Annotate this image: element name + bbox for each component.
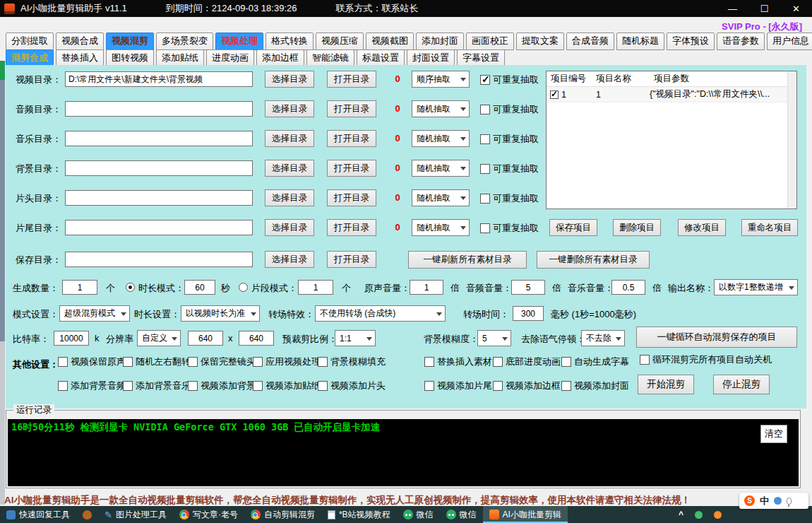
segment-mode-radio[interactable] <box>239 283 248 292</box>
table-scrollbar[interactable] <box>787 71 796 208</box>
replace-insert-material-checkbox[interactable]: 替换插入素材 <box>424 355 492 368</box>
repeat-extract-checkbox[interactable]: 可重复抽取 <box>480 163 539 175</box>
rename-project-button[interactable]: 重命名项目 <box>741 219 798 236</box>
intro-directory-input[interactable] <box>65 190 253 206</box>
open-directory-button[interactable]: 打开目录 <box>327 71 376 88</box>
microphone-icon[interactable] <box>787 498 792 505</box>
orig-volume-input[interactable] <box>410 280 443 295</box>
keep-full-shot-checkbox[interactable]: 保留完整镜头 <box>188 355 256 368</box>
outro-directory-input[interactable] <box>65 220 253 235</box>
bg-blur-fill-checkbox[interactable]: 背景模糊填充 <box>318 355 386 368</box>
close-button[interactable]: ✕ <box>780 0 812 17</box>
taskbar-item-image-tool[interactable]: ✎ 图片处理工具 <box>98 506 173 523</box>
duration-seconds-input[interactable] <box>184 280 215 295</box>
tab-video-compose[interactable]: 视频合成 <box>56 33 104 50</box>
start-mix-button[interactable]: 开始混剪 <box>638 375 694 394</box>
tab-video-screenshot[interactable]: 视频截图 <box>366 33 414 50</box>
tab-compose-audio[interactable]: 合成音频 <box>566 33 614 50</box>
resolution-dropdown[interactable]: 自定义 <box>137 330 181 346</box>
save-project-button[interactable]: 保存项目 <box>549 219 597 236</box>
extract-mode-dropdown[interactable]: 随机抽取 <box>412 130 470 147</box>
background-directory-input[interactable] <box>65 160 253 176</box>
select-directory-button[interactable]: 选择目录 <box>265 71 314 88</box>
repeat-extract-checkbox[interactable]: 可重复抽取 <box>480 103 539 116</box>
repeat-extract-checkbox[interactable]: 可重复抽取 <box>480 133 539 146</box>
extract-mode-dropdown[interactable]: 顺序抽取 <box>412 71 470 88</box>
open-directory-button[interactable]: 打开目录 <box>327 189 376 206</box>
sogou-icon[interactable]: S <box>744 495 755 506</box>
mode-dropdown[interactable]: 超级混剪模式 <box>59 305 130 322</box>
video-add-background-checkbox[interactable]: 视频添加背景 <box>188 380 256 392</box>
segment-count-input[interactable] <box>298 280 333 295</box>
tab-multi-scene[interactable]: 多场景裂变 <box>156 33 213 50</box>
project-table-row[interactable]: 1 1 {"视频目录":"D:\\常用文件夹\\... <box>547 87 796 102</box>
precrop-dropdown[interactable]: 1:1 <box>335 330 376 346</box>
minimize-button[interactable]: — <box>717 0 748 17</box>
open-directory-button[interactable]: 打开目录 <box>327 219 376 236</box>
taskbar-item-bilibili-tutorial[interactable]: *B站视频教程 <box>321 506 397 523</box>
repeat-extract-checkbox[interactable]: 可重复抽取 <box>480 74 539 86</box>
repeat-extract-checkbox[interactable]: 可重复抽取 <box>480 192 539 205</box>
select-directory-button[interactable]: 选择目录 <box>265 160 314 177</box>
audio-volume-input[interactable] <box>511 280 545 295</box>
tab-format-convert[interactable]: 格式转换 <box>265 33 314 50</box>
select-directory-button[interactable]: 选择目录 <box>265 219 314 236</box>
extract-mode-dropdown[interactable]: 随机抽取 <box>412 189 470 206</box>
stop-mix-button[interactable]: 停止混剪 <box>713 375 770 394</box>
add-bg-audio-checkbox[interactable]: 添加背景音频 <box>58 380 126 392</box>
open-directory-button[interactable]: 打开目录 <box>327 251 376 268</box>
bg-blur-dropdown[interactable]: 5 <box>477 330 511 346</box>
tray-orange-icon[interactable] <box>714 511 722 519</box>
select-directory-button[interactable]: 选择目录 <box>265 189 314 206</box>
ime-mode-indicator[interactable]: 中 <box>760 495 769 507</box>
taskbar-item-auto-edit[interactable]: 自动剪辑混剪 <box>244 506 321 523</box>
extract-mode-dropdown[interactable]: 随机抽取 <box>412 219 470 236</box>
tray-green-icon[interactable] <box>695 511 703 519</box>
tab-extract-text[interactable]: 提取文案 <box>516 33 564 50</box>
tab-split-extract[interactable]: 分割提取 <box>6 33 54 50</box>
resolution-width-input[interactable] <box>188 331 223 346</box>
tab-user-info[interactable]: 用户信息 <box>767 33 812 50</box>
auto-subtitle-checkbox[interactable]: 自动生成字幕 <box>561 355 629 368</box>
video-add-sticker-checkbox[interactable]: 视频添加贴纸 <box>253 380 321 392</box>
random-flip-checkbox[interactable]: 随机左右翻转 <box>123 355 191 368</box>
taskbar-item-wechat-1[interactable]: 微信 <box>397 506 440 523</box>
transition-dropdown[interactable]: 不使用转场 (合成快) <box>315 305 446 322</box>
tab-random-title[interactable]: 随机标题 <box>616 33 664 50</box>
extract-mode-dropdown[interactable]: 随机抽取 <box>412 100 470 117</box>
video-directory-input[interactable] <box>65 71 253 87</box>
tab-voice-params[interactable]: 语音参数 <box>717 33 765 50</box>
music-volume-input[interactable] <box>611 280 645 295</box>
save-directory-input[interactable] <box>65 252 253 267</box>
apply-video-process-checkbox[interactable]: 应用视频处理 <box>253 355 321 368</box>
tab-font-preset[interactable]: 字体预设 <box>667 33 715 50</box>
output-name-dropdown[interactable]: 以数字1整数递增 <box>714 279 798 295</box>
keep-original-audio-checkbox[interactable]: 视频保留原声 <box>58 355 126 368</box>
remove-pause-dropdown[interactable]: 不去除 <box>581 330 625 346</box>
open-directory-button[interactable]: 打开目录 <box>327 100 376 117</box>
taskbar-item-quick-reply[interactable]: 快速回复工具 <box>0 506 76 523</box>
video-add-outro-checkbox[interactable]: 视频添加片尾 <box>424 380 492 392</box>
taskbar-item-paw-app[interactable] <box>76 506 98 523</box>
extract-mode-dropdown[interactable]: 随机抽取 <box>412 160 470 177</box>
modify-project-button[interactable]: 修改项目 <box>678 219 726 236</box>
transition-time-input[interactable] <box>513 306 544 321</box>
tab-video-compress[interactable]: 视频压缩 <box>316 33 364 50</box>
tray-expand-icon[interactable]: ^ <box>679 510 683 519</box>
video-add-intro-checkbox[interactable]: 视频添加片头 <box>318 380 386 392</box>
clear-log-button[interactable]: 清空 <box>760 425 787 443</box>
open-directory-button[interactable]: 打开目录 <box>327 130 376 147</box>
loop-auto-mix-button[interactable]: 一键循环自动混剪保存的项目 <box>636 327 797 348</box>
select-directory-button[interactable]: 选择目录 <box>265 130 314 147</box>
duration-setting-dropdown[interactable]: 以视频时长为准 <box>181 305 260 322</box>
video-add-border-checkbox[interactable]: 视频添加边框 <box>493 380 561 392</box>
select-directory-button[interactable]: 选择目录 <box>265 251 314 268</box>
music-directory-input[interactable] <box>65 131 253 146</box>
open-directory-button[interactable]: 打开目录 <box>327 160 376 177</box>
tab-add-cover[interactable]: 添加封面 <box>416 33 464 50</box>
auto-shutdown-checkbox[interactable]: 循环混剪完所有项目自动关机 <box>640 353 772 366</box>
taskbar-item-write-article[interactable]: 写文章·老号 <box>173 506 244 523</box>
tab-video-mix[interactable]: 视频混剪 <box>106 33 154 50</box>
repeat-extract-checkbox[interactable]: 可重复抽取 <box>480 222 539 235</box>
audio-directory-input[interactable] <box>65 101 253 117</box>
